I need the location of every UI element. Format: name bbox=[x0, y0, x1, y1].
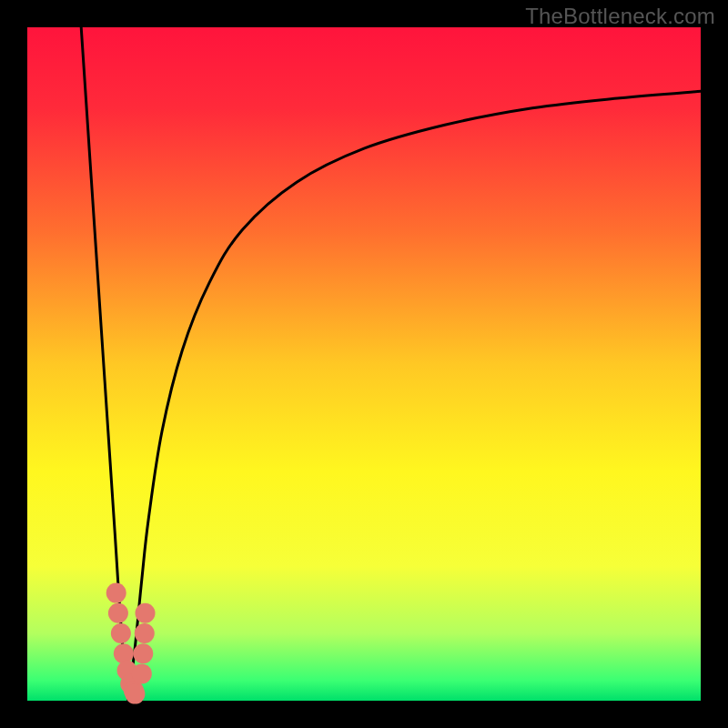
cluster-dot bbox=[106, 583, 126, 603]
watermark-text: TheBottleneck.com bbox=[525, 4, 715, 29]
plot-gradient-area bbox=[27, 27, 701, 701]
cluster-dot bbox=[133, 643, 153, 663]
cluster-dot bbox=[108, 603, 128, 623]
cluster-dot bbox=[114, 643, 134, 663]
cluster-dot bbox=[136, 603, 156, 623]
chart-frame: TheBottleneck.com bbox=[0, 0, 728, 728]
right_branch-curve bbox=[128, 91, 701, 701]
cluster-dot bbox=[111, 623, 131, 643]
curves-svg bbox=[27, 27, 701, 701]
cluster-dot bbox=[125, 684, 145, 704]
cluster-dot bbox=[135, 623, 155, 643]
cluster-dot bbox=[132, 663, 152, 683]
